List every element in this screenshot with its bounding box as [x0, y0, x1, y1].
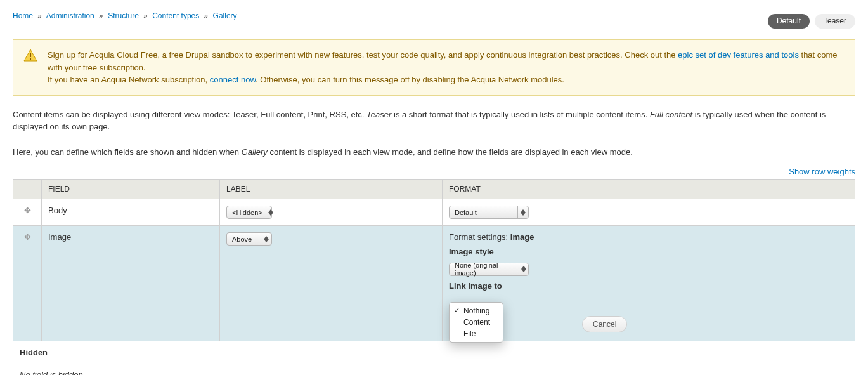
view-mode-tabs: Default Teaser	[768, 14, 855, 29]
show-row-weights-link[interactable]: Show row weights	[789, 167, 855, 176]
breadcrumb-link[interactable]: Home	[13, 11, 33, 20]
label-select-body[interactable]: <Hidden>	[226, 206, 272, 219]
svg-marker-6	[521, 213, 526, 216]
tab-default[interactable]: Default	[768, 14, 810, 29]
breadcrumb-sep: »	[143, 11, 148, 20]
table-row-image: ✥ Image Above Format settings: Image	[13, 226, 855, 341]
image-style-label: Image style	[449, 247, 848, 256]
message-text: If you have an Acquia Network subscripti…	[48, 75, 210, 84]
label-select-image[interactable]: Above	[226, 232, 272, 246]
format-settings-value: Image	[510, 232, 534, 242]
link-image-to-dropdown[interactable]: Nothing Content File	[449, 302, 503, 343]
breadcrumb-link[interactable]: Content types	[152, 11, 199, 20]
svg-marker-8	[264, 239, 269, 242]
message-text: Sign up for Acquia Cloud Free, a free Dr…	[48, 50, 678, 60]
svg-rect-1	[30, 53, 31, 57]
field-name: Image	[42, 226, 220, 341]
drag-handle-icon[interactable]: ✥	[24, 206, 31, 215]
breadcrumb-sep: »	[204, 11, 209, 20]
column-header-field: FIELD	[42, 180, 220, 199]
breadcrumb-link[interactable]: Gallery	[213, 11, 237, 20]
table-row-body: ✥ Body <Hidden> Default	[13, 199, 855, 226]
select-arrows-icon	[517, 206, 528, 218]
dropdown-option-file[interactable]: File	[450, 328, 503, 339]
tab-teaser[interactable]: Teaser	[815, 14, 855, 29]
warning-icon	[23, 49, 37, 65]
dropdown-option-nothing[interactable]: Nothing	[450, 305, 503, 317]
status-message: Sign up for Acquia Cloud Free, a free Dr…	[13, 39, 855, 96]
field-name: Body	[42, 199, 220, 226]
image-style-select[interactable]: None (original image)	[449, 263, 529, 276]
hidden-title: Hidden	[20, 348, 848, 357]
svg-marker-10	[521, 269, 526, 272]
breadcrumb-link[interactable]: Administration	[46, 11, 94, 20]
message-link-connect[interactable]: connect now	[210, 75, 256, 84]
column-header-drag	[13, 180, 42, 199]
svg-marker-4	[268, 213, 273, 216]
column-header-format: FORMAT	[443, 180, 855, 199]
message-text: . Otherwise, you can turn this message o…	[256, 75, 564, 84]
format-settings-label: Format settings:	[449, 232, 510, 242]
format-select-body[interactable]: Default	[449, 206, 529, 219]
select-arrows-icon	[519, 263, 528, 275]
message-link-features[interactable]: epic set of dev features and tools	[678, 50, 799, 60]
breadcrumb-link[interactable]: Structure	[108, 11, 139, 20]
breadcrumb-sep: »	[99, 11, 103, 20]
column-header-label: LABEL	[220, 180, 443, 199]
svg-rect-2	[30, 58, 31, 60]
link-image-to-label: Link image to	[449, 281, 848, 291]
description-text: Content items can be displayed using dif…	[13, 109, 855, 133]
breadcrumb: Home » Administration » Structure » Cont…	[13, 11, 855, 20]
cancel-button[interactable]: Cancel	[582, 316, 627, 332]
description-text: Here, you can define which fields are sh…	[13, 146, 855, 159]
select-arrows-icon	[261, 233, 271, 245]
fields-table: FIELD LABEL FORMAT ✥ Body <Hidden>	[13, 179, 855, 375]
breadcrumb-sep: »	[37, 11, 42, 20]
select-arrows-icon	[268, 206, 273, 218]
hidden-section: Hidden No field is hidden.	[13, 341, 855, 375]
hidden-text: No field is hidden.	[20, 370, 848, 376]
drag-handle-icon[interactable]: ✥	[24, 232, 31, 242]
dropdown-option-content[interactable]: Content	[450, 317, 503, 328]
